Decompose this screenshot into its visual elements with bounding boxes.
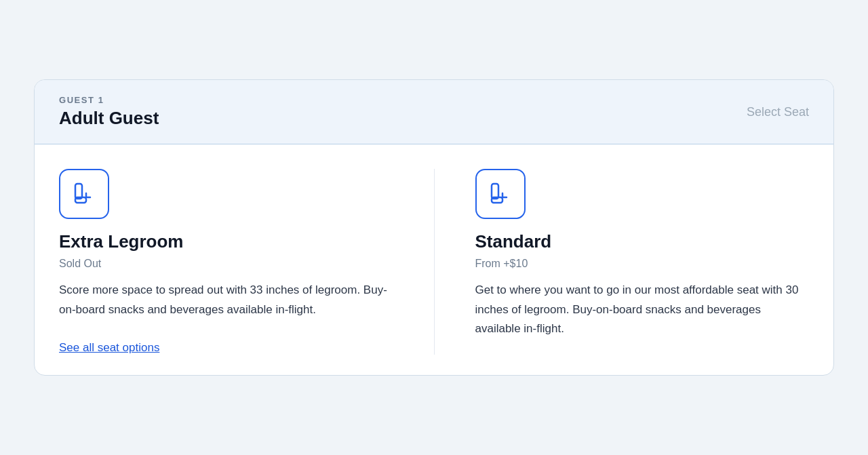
svg-rect-4 — [492, 184, 498, 199]
select-seat-button[interactable]: Select Seat — [747, 105, 809, 119]
guest-name: Adult Guest — [59, 108, 159, 129]
seat-selection-card: GUEST 1 Adult Guest Select Seat Extra — [34, 79, 834, 375]
svg-rect-5 — [492, 197, 502, 203]
extra-legroom-description: Score more space to spread out with 33 i… — [59, 281, 393, 319]
guest-header: GUEST 1 Adult Guest Select Seat — [35, 80, 833, 144]
svg-rect-1 — [75, 197, 86, 203]
see-all-seat-options-link[interactable]: See all seat options — [59, 341, 393, 355]
standard-seat-icon — [486, 180, 515, 208]
svg-rect-0 — [75, 184, 82, 199]
seat-option-extra-legroom: Extra Legroom Sold Out Score more space … — [59, 169, 393, 354]
seat-options-container: Extra Legroom Sold Out Score more space … — [35, 144, 833, 374]
standard-description: Get to where you want to go in our most … — [475, 281, 810, 338]
guest-number: GUEST 1 — [59, 95, 159, 105]
standard-icon-box — [475, 169, 526, 219]
seat-option-standard: Standard From +$10 Get to where you want… — [475, 169, 810, 354]
guest-label-group: GUEST 1 Adult Guest — [59, 95, 159, 129]
extra-legroom-title: Extra Legroom — [59, 231, 393, 252]
extra-legroom-status: Sold Out — [59, 258, 393, 270]
extra-legroom-icon-box — [59, 169, 109, 219]
vertical-divider — [434, 169, 435, 354]
standard-title: Standard — [475, 231, 810, 252]
extra-legroom-seat-icon — [70, 180, 98, 208]
standard-status: From +$10 — [475, 258, 810, 270]
